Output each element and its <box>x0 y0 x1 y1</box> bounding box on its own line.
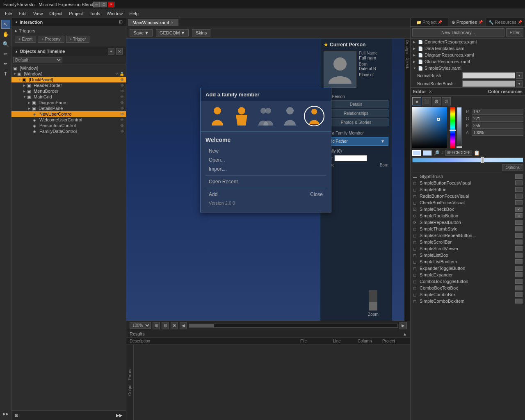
left-scroll-button[interactable]: ◀ <box>180 322 187 329</box>
maximize-button[interactable]: □ <box>100 2 107 7</box>
close-button[interactable]: ✕ <box>108 2 114 7</box>
select-tool[interactable]: ↖ <box>1 20 10 29</box>
family-filter-input[interactable] <box>334 155 367 161</box>
simplebutton-item[interactable]: ◻ SimpleButton <box>411 186 525 193</box>
results-expand-icon[interactable]: ▲ <box>403 332 407 336</box>
details-button[interactable]: Details <box>324 100 388 108</box>
tree-item-window-root[interactable]: ▣ [Window] <box>11 65 126 71</box>
normalborderbrush-dropdown[interactable]: ▼ <box>516 80 523 87</box>
a-input[interactable] <box>472 130 523 136</box>
zoom-fit-icon[interactable]: ⊞ <box>153 322 160 329</box>
xaml-tab-vertical[interactable]: XAML <box>405 58 409 70</box>
male-person-icon[interactable] <box>207 106 228 126</box>
simplescrollrepeatbutton-item[interactable]: ◻ SimpleScrollRepeatButton... <box>411 232 525 239</box>
objects-collapse-arrow[interactable]: ▲ <box>15 50 18 53</box>
hex-input[interactable] <box>445 150 472 156</box>
toggle-panel-icon[interactable]: ⊞ <box>15 413 18 418</box>
menu-add[interactable]: Add <box>205 190 221 199</box>
errors-tab[interactable]: Errors <box>128 369 132 380</box>
menu-import[interactable]: Import... <box>205 164 326 173</box>
type-tool[interactable]: T <box>1 69 10 78</box>
selected-person-circle-icon[interactable] <box>304 106 324 126</box>
editor-close-icon[interactable]: ✕ <box>429 89 432 94</box>
expandertogglebutton-item[interactable]: ◻ ExpanderToggleButton <box>411 265 525 272</box>
menu-edit[interactable]: Edit <box>16 10 30 17</box>
b-input[interactable] <box>472 123 523 129</box>
tree-eye-welcomeusercontrol[interactable]: 👁 <box>120 118 124 122</box>
tree-eye-detailspane[interactable]: 👁 <box>120 106 124 111</box>
female-person-icon[interactable] <box>231 106 252 126</box>
resource-diagramresources[interactable]: ▶ 📄 DiagramResources.xaml <box>411 52 525 58</box>
menu-file[interactable]: File <box>2 10 16 17</box>
tree-eye-dockpanel[interactable]: 👁 <box>120 78 124 82</box>
project-tab-pin[interactable]: 📌 <box>438 20 442 24</box>
comboboxtogglebutton-item[interactable]: ◻ ComboBoxToggleButton <box>411 278 525 285</box>
interaction-collapse-arrow[interactable]: ▲ <box>15 20 18 24</box>
menu-open[interactable]: Open... <box>205 155 326 164</box>
menu-close[interactable]: Close <box>307 190 326 199</box>
simplecheckbox-item[interactable]: ☑ SimpleCheckBox ✓ <box>411 206 525 212</box>
tree-eye-menuborder[interactable]: 👁 <box>120 89 124 94</box>
simplerepeatbutton-item[interactable]: ⟳ SimpleRepeatButton <box>411 219 525 226</box>
solid-brush-button[interactable]: ■ <box>412 97 421 105</box>
menu-view[interactable]: View <box>30 10 46 17</box>
delete-layer-button[interactable]: ✕ <box>116 48 123 55</box>
radiobuttonfocusvisual-item[interactable]: ◻ RadioButtonFocusVisual <box>411 193 525 199</box>
alpha-slider[interactable] <box>457 107 462 148</box>
tree-eye-diagrampane[interactable]: 👁 <box>120 100 124 105</box>
tree-item-personinfocontrol[interactable]: ◈ PersonInfoControl 👁 <box>11 123 126 128</box>
simplelistbox-item[interactable]: ◻ SimpleListBox <box>411 252 525 258</box>
horizontal-scrollbar[interactable] <box>189 324 398 328</box>
tree-item-detailspane[interactable]: ▶ ▣ DetailsPane 👁 <box>11 105 126 111</box>
tab-close-icon[interactable]: ✕ <box>171 21 174 25</box>
single-person-gray-icon[interactable] <box>280 106 300 126</box>
expand-tool[interactable]: ▶▶ <box>1 409 10 418</box>
simplelistboxitem-item[interactable]: ◻ SimpleListBoxItem <box>411 258 525 265</box>
tab-project[interactable]: 📁 Project 📌 <box>411 18 448 26</box>
simplecombobox-item[interactable]: ◻ SimpleComboBox <box>411 291 525 298</box>
color-swatch-2[interactable] <box>423 150 432 156</box>
image-brush-button[interactable]: 🖼 <box>432 97 441 105</box>
g-input[interactable] <box>472 116 523 122</box>
tree-item-maingrid[interactable]: ▼ ▣ MainGrid 👁 <box>11 94 126 100</box>
resources-tab-pin[interactable]: 📌 <box>518 20 522 24</box>
add-father-button[interactable]: Add Father ▼ <box>324 137 388 146</box>
options-button[interactable]: Options <box>502 164 523 171</box>
photos-stories-button[interactable]: Photos & Stories <box>324 119 388 126</box>
expand-all-icon[interactable]: ▶▶ <box>116 413 123 418</box>
tree-item-headerborder[interactable]: ▶ ▣ HeaderBorder 👁 <box>11 82 126 88</box>
design-tab-vertical[interactable]: Design <box>405 40 409 54</box>
output-tab[interactable]: Output <box>128 383 132 396</box>
simplescrollbar-item[interactable]: ◻ SimpleScrollBar <box>411 239 525 245</box>
simplethumbstyle-item[interactable]: ◻ SimpleThumbStyle <box>411 226 525 232</box>
resource-datatemplates[interactable]: ▶ 📄 DataTemplates.xaml <box>411 45 525 52</box>
eyedropper-icon[interactable]: 🔎 <box>434 150 440 156</box>
normalbrush-dropdown[interactable]: ▼ <box>516 72 523 79</box>
simplecomboboxitem-item[interactable]: ◻ SimpleComboBoxItem <box>411 298 525 304</box>
zoom-tool[interactable]: 🔍 <box>1 39 10 48</box>
pen-tool[interactable]: ✒ <box>1 59 10 68</box>
timeline-dropdown[interactable]: Default <box>13 57 62 63</box>
glyphbrush-item[interactable]: ▬ GlyphBrush <box>411 173 525 180</box>
tree-item-menuborder[interactable]: ▶ ▣ MenuBorder 👁 <box>11 88 126 94</box>
simplebuttonfocusvisual-item[interactable]: ◻ SimpleButtonFocusVisual <box>411 180 525 186</box>
resource-converterresources[interactable]: ▶ 📄 ConverterResources.xaml <box>411 39 525 45</box>
skins-button[interactable]: Skins <box>192 29 210 37</box>
tree-item-diagrampane[interactable]: ▶ ▣ DiagramPane 👁 <box>11 100 126 105</box>
new-layer-button[interactable]: + <box>108 48 114 55</box>
menu-window[interactable]: Window <box>103 10 126 17</box>
zoom-slider-thumb[interactable] <box>369 302 377 310</box>
eyedropper-tool[interactable]: ✏ <box>1 49 10 58</box>
save-button[interactable]: Save ▼ <box>130 29 153 37</box>
menu-help[interactable]: Help <box>126 10 142 17</box>
resource-simplestyles[interactable]: ▼ 📄 SimpleStyles.xaml <box>411 65 525 71</box>
tree-item-dockpanel[interactable]: ▼ ▣ [DockPanel] 👁 <box>11 77 126 82</box>
mainwindow-tab[interactable]: MainWindow.xaml ✕ <box>128 19 178 26</box>
tab-properties[interactable]: ⚙ Properties 📌 <box>448 18 486 26</box>
zoom-select[interactable]: 100% <box>130 322 151 329</box>
comboboxtextbox-item[interactable]: ◻ ComboBoxTextBox <box>411 285 525 291</box>
tree-eye-window[interactable]: 👁 <box>115 72 119 76</box>
menu-open-recent[interactable]: Open Recent <box>205 177 326 186</box>
gradient-brush-button[interactable]: ⬛ <box>422 97 431 105</box>
horizontal-scroll-thumb[interactable] <box>189 324 214 327</box>
